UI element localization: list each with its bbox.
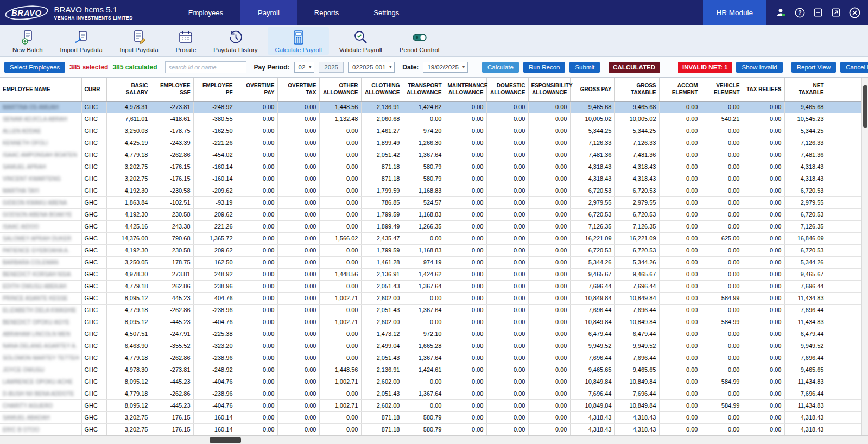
column-header-employee-ssf[interactable]: EMPLOYEE SSF xyxy=(151,78,193,101)
value-cell: 0.00 xyxy=(236,113,277,125)
toolbar-prorate[interactable]: Prorate xyxy=(169,27,204,55)
table-row[interactable]: NANA DELANG AGARTEY A.GHC6,463.90-355.52… xyxy=(0,340,861,352)
table-row[interactable]: SENAM ADJICLA ABRAHGHC7,611.01-418.61-38… xyxy=(0,113,861,125)
value-cell: 0.00 xyxy=(319,304,361,316)
column-header-employee-pf[interactable]: EMPLOYEE PF xyxy=(193,78,236,101)
tab-payroll[interactable]: Payroll xyxy=(240,0,297,25)
table-row[interactable]: MARTHA TAYIGHC4,192.30-230.58-209.620.00… xyxy=(0,185,861,196)
calculate-button[interactable]: Calculate xyxy=(482,62,519,73)
column-header-transport-allowance[interactable]: TRANSPORT ALLOWANCE xyxy=(403,78,445,101)
toolbar-validate-payroll[interactable]: Validate Payroll xyxy=(332,27,389,55)
submit-button[interactable]: Submit xyxy=(569,62,600,73)
value-cell: 0.00 xyxy=(743,232,784,244)
column-header-domestic-allowance[interactable]: DOMESTIC ALLOWANCE xyxy=(486,78,528,101)
maximize-icon[interactable] xyxy=(831,8,841,17)
toggle-icon xyxy=(411,29,428,46)
table-row[interactable]: LAWRENCE OPOKU ACHEGHC8,095.12-445.23-40… xyxy=(0,376,861,388)
value-cell: 0.00 xyxy=(277,340,319,352)
table-row[interactable]: ALLEN ADDAEGHC3,250.03-178.75-162.500.00… xyxy=(0,125,861,137)
table-row[interactable]: PRINCE ASANTE KESSEGHC8,095.12-445.23-40… xyxy=(0,292,861,304)
value-cell: 0.00 xyxy=(445,328,486,340)
tab-reports[interactable]: Reports xyxy=(297,0,357,25)
show-invalid-button[interactable]: Show Invalid xyxy=(736,62,782,73)
table-row[interactable]: EDITH OWUSU ABEKAHGHC4,779.18-262.86-238… xyxy=(0,280,861,292)
value-cell: 0.00 xyxy=(486,364,528,376)
value-cell: 0.00 xyxy=(277,196,319,208)
close-icon[interactable] xyxy=(849,7,860,18)
value-cell: -160.14 xyxy=(193,161,236,173)
table-row[interactable]: BARBARA COLEMANGHC3,250.05-178.75-162.50… xyxy=(0,256,861,268)
column-header-esponsibility-allowance[interactable]: ESPONSIBILITY ALLOWANCE xyxy=(528,78,570,101)
employee-name-cell: LAWRENCE OPOKU ACHE xyxy=(0,376,81,388)
horizontal-scrollbar[interactable] xyxy=(0,435,868,444)
value-cell: 0.00 xyxy=(743,256,784,268)
table-row[interactable]: VINCENT KWARTENGGHC3,202.75-176.15-160.1… xyxy=(0,173,861,185)
column-header-curr[interactable]: CURR xyxy=(81,78,106,101)
value-cell: -162.50 xyxy=(193,256,236,268)
table-row[interactable]: JOYCE OWUSUGHC4,978.30-273.81-248.920.00… xyxy=(0,364,861,376)
column-header-tax-reliefs[interactable]: TAX RELIEFS xyxy=(743,78,784,101)
table-row[interactable]: SALOMEY APRAH DUKERGHC14,376.00-790.68-1… xyxy=(0,232,861,244)
value-cell: -225.38 xyxy=(193,328,236,340)
table-row[interactable]: ISAAC AMPONSAH BOATENGHC4,779.18-262.86-… xyxy=(0,149,861,161)
tab-settings[interactable]: Settings xyxy=(356,0,416,25)
table-row[interactable]: BENEDICT OPOKU AGYEGHC8,095.12-445.23-40… xyxy=(0,316,861,328)
date-select[interactable]: 19/02/2025▾ xyxy=(423,62,468,73)
filler-cell xyxy=(827,113,861,125)
help-icon[interactable]: ? xyxy=(795,8,805,18)
horizontal-scrollbar-thumb[interactable] xyxy=(210,437,241,443)
toolbar-paydata-history[interactable]: Paydata History xyxy=(206,27,264,55)
column-header-other-allowance[interactable]: OTHER ALLOWANCE xyxy=(319,78,361,101)
column-header-accom-element[interactable]: ACCOM ELEMENT xyxy=(659,78,701,101)
column-header-clothing-allowance[interactable]: CLOTHING ALLOWANCE xyxy=(361,78,403,101)
value-cell: 1,367.64 xyxy=(403,149,445,161)
user-lock-icon[interactable] xyxy=(776,7,787,18)
toolbar-new-batch[interactable]: New Batch xyxy=(5,27,50,55)
pay-period-select[interactable]: 02▾ xyxy=(294,62,315,73)
table-row[interactable]: ABRAHAM LINCOLN MENGHC4,507.51-247.91-22… xyxy=(0,328,861,340)
table-row[interactable]: D-BUSH NII BENA ADDOTEGHC4,779.18-262.86… xyxy=(0,388,861,399)
column-header-vehicle-element[interactable]: VEHICLE ELEMENT xyxy=(701,78,743,101)
table-row[interactable]: GIDEON KWAKU ABENAGHC1,863.84-102.51-93.… xyxy=(0,196,861,208)
value-cell: 1,448.56 xyxy=(319,101,361,113)
batch-select[interactable]: 022025-001▾ xyxy=(348,62,395,73)
value-cell: 4,978.30 xyxy=(106,364,151,376)
table-row[interactable]: ISAAC AIDOOGHC4,425.16-243.38-221.260.00… xyxy=(0,220,861,232)
column-header-gross-pay[interactable]: GROSS PAY xyxy=(570,78,614,101)
table-row[interactable]: PATIENCE GYEBOAHA A.GHC4,192.30-230.58-2… xyxy=(0,244,861,256)
table-row[interactable]: ERIC B OTOOGHC3,202.75-176.15-160.140.00… xyxy=(0,423,861,435)
minimize-icon[interactable] xyxy=(813,8,823,17)
table-row[interactable]: CHARITY AGUEROGHC8,095.12-445.23-404.760… xyxy=(0,399,861,411)
search-input[interactable] xyxy=(165,61,246,73)
table-row[interactable]: KENNETH OFOLIGHC4,425.19-243.39-221.260.… xyxy=(0,137,861,149)
run-recon-button[interactable]: Run Recon xyxy=(523,62,566,73)
value-cell: 0.00 xyxy=(528,113,570,125)
table-row[interactable]: SAMUEL ABADAHGHC3,202.75-176.15-160.140.… xyxy=(0,411,861,423)
table-row[interactable]: MARTINA OS AMUAHGHC4,978.31-273.81-248.9… xyxy=(0,101,861,113)
tab-employees[interactable]: Employees xyxy=(171,0,240,25)
column-header-gross-taxable[interactable]: GROSS TAXABLE xyxy=(614,78,659,101)
cancel-batch-button[interactable]: Cancel Batch xyxy=(840,62,868,73)
value-cell: -445.23 xyxy=(151,376,193,388)
table-row[interactable]: SOLOMON MARTEY TETTEHGHC4,779.18-262.86-… xyxy=(0,352,861,364)
table-row[interactable]: SAMUEL APRAHGHC3,202.75-176.15-160.140.0… xyxy=(0,161,861,173)
vertical-scrollbar-thumb[interactable] xyxy=(863,85,867,128)
column-header-overtime-tax[interactable]: OVERTIME TAX xyxy=(277,78,319,101)
table-row[interactable]: BENEDICT KORSAH NSIAGHC4,978.30-273.81-2… xyxy=(0,268,861,280)
report-view-button[interactable]: Report View xyxy=(791,62,836,73)
toolbar-input-paydata[interactable]: Input Paydata xyxy=(113,27,166,55)
toolbar-period-control[interactable]: Period Control xyxy=(392,27,447,55)
hr-module-button[interactable]: HR Module xyxy=(703,0,766,25)
vertical-scrollbar[interactable] xyxy=(861,78,868,435)
column-header-basic-salary[interactable]: BASIC SALARY xyxy=(106,78,151,101)
select-employees-button[interactable]: Select Employees xyxy=(4,62,65,73)
table-row[interactable]: GODSON ABENA BOAKYEGHC4,192.30-230.58-20… xyxy=(0,208,861,220)
column-header-employee-name[interactable]: EMPLOYEE NAME xyxy=(0,78,81,101)
toolbar-import-paydata[interactable]: Import Paydata xyxy=(53,27,110,55)
table-row[interactable]: ELIZABETH DELA KWASHIEGHC4,779.18-262.86… xyxy=(0,304,861,316)
column-header-net-taxable[interactable]: NET TAXABLE xyxy=(784,78,827,101)
value-cell: 1,367.64 xyxy=(403,352,445,364)
toolbar-calculate-payroll[interactable]: Calculate Payroll xyxy=(268,27,328,55)
column-header-overtime-pay[interactable]: OVERTIME PAY xyxy=(236,78,277,101)
column-header-maintenance-allowance[interactable]: MAINTENANCE ALLOWANCE xyxy=(445,78,486,101)
